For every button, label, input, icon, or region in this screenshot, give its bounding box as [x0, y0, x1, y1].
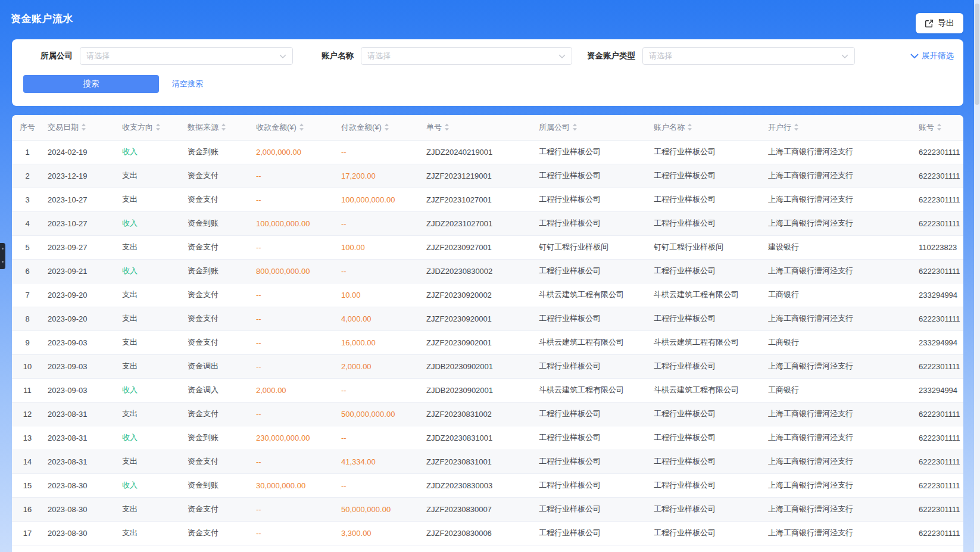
- column-header-direction[interactable]: 收支方向: [117, 115, 183, 140]
- cell-source: 资金支付: [183, 402, 251, 426]
- column-header-income[interactable]: 收款金额(¥): [251, 115, 336, 140]
- search-button[interactable]: 搜索: [23, 75, 159, 93]
- filter-label-company: 所属公司: [40, 51, 73, 61]
- account-type-select[interactable]: 请选择: [642, 47, 855, 65]
- column-label: 数据来源: [188, 123, 219, 132]
- cell-no: 17: [12, 521, 43, 545]
- cell-direction: 支出: [117, 450, 183, 473]
- column-header-source[interactable]: 数据来源: [183, 115, 251, 140]
- cell-income: 30,000,000.00: [251, 473, 336, 497]
- cell-no: 16: [12, 497, 43, 521]
- cell-date: 2023-08-30: [43, 473, 117, 497]
- column-label: 所属公司: [539, 123, 570, 132]
- column-label: 单号: [426, 123, 442, 132]
- cell-company: 工程行业样板公司: [534, 211, 649, 235]
- cell-direction: 支出: [117, 283, 183, 307]
- export-icon: [925, 19, 934, 28]
- cell-income: --: [251, 235, 336, 259]
- cell-payment: 500,000,000.00: [336, 402, 422, 426]
- cell-account_no: 233294994: [914, 378, 963, 402]
- cell-account: 工程行业样板公司: [649, 140, 763, 164]
- column-header-payment[interactable]: 付款金额(¥): [336, 115, 422, 140]
- cell-no: 2: [12, 164, 43, 188]
- table-row: 42023-10-27收入资金到账100,000,000.00--ZJDZ202…: [12, 211, 963, 235]
- column-label: 交易日期: [48, 123, 79, 132]
- cell-source: 资金调入: [183, 378, 251, 402]
- cell-doc_no: ZJZF20230920002: [422, 283, 534, 307]
- cell-company: 工程行业样板公司: [534, 307, 649, 330]
- scrollbar-thumb[interactable]: [975, 4, 979, 105]
- cell-company: 工程行业样板公司: [534, 140, 649, 164]
- cell-account: 斗栱云建筑工程有限公司: [649, 283, 763, 307]
- column-header-account[interactable]: 账户名称: [649, 115, 763, 140]
- cell-income: 100,000,000.00: [251, 211, 336, 235]
- table-row: 62023-09-21收入资金到账800,000,000.00--ZJDZ202…: [12, 259, 963, 283]
- cell-company: 斗栱云建筑工程有限公司: [534, 283, 649, 307]
- table-row: 142023-08-31支出资金支付--41,334.00ZJZF2023083…: [12, 450, 963, 473]
- cell-direction: 支出: [117, 164, 183, 188]
- cell-company: 钉钉工程行业样板间: [534, 235, 649, 259]
- expand-filters-link[interactable]: 展开筛选: [910, 47, 954, 65]
- cell-account_no: 6222301111: [914, 259, 963, 283]
- sort-icon: [687, 123, 692, 133]
- drawer-handle[interactable]: [0, 243, 5, 269]
- cell-source: 资金到账: [183, 140, 251, 164]
- cell-direction: 支出: [117, 402, 183, 426]
- table-row: 82023-09-20支出资金支付--4,000.00ZJZF202309200…: [12, 307, 963, 330]
- cell-doc_no: ZJDZ20231027001: [422, 211, 534, 235]
- cell-bank: 上海工商银行漕河泾支行: [763, 211, 914, 235]
- cell-source: 资金支付: [183, 450, 251, 473]
- cell-account_no: 6222301111: [914, 426, 963, 450]
- column-header-bank[interactable]: 开户行: [763, 115, 914, 140]
- cell-account: 工程行业样板公司: [649, 426, 763, 450]
- cell-direction: 收入: [117, 378, 183, 402]
- cell-no: 9: [12, 330, 43, 354]
- cell-doc_no: ZJZF20231027001: [422, 188, 534, 211]
- cell-account_no: 6222301111: [914, 473, 963, 497]
- cell-account: 工程行业样板公司: [649, 354, 763, 378]
- column-header-no: 序号: [12, 115, 43, 140]
- filter-card: 所属公司 请选择 账户名称 请选择 资金账户类型 请选择 展开筛选: [12, 39, 963, 106]
- cell-source: 资金支付: [183, 188, 251, 211]
- filter-actions: 搜索 清空搜索: [12, 75, 963, 93]
- sort-icon: [937, 123, 942, 133]
- cell-company: 斗栱云建筑工程有限公司: [534, 330, 649, 354]
- cell-account: 工程行业样板公司: [649, 259, 763, 283]
- export-button[interactable]: 导出: [916, 13, 963, 33]
- column-header-doc_no[interactable]: 单号: [422, 115, 534, 140]
- cell-direction: 支出: [117, 330, 183, 354]
- cell-payment: --: [336, 259, 422, 283]
- company-select[interactable]: 请选择: [80, 47, 293, 65]
- cell-payment: 100,000,000.00: [336, 188, 422, 211]
- column-header-date[interactable]: 交易日期: [43, 115, 117, 140]
- cell-date: 2023-09-20: [43, 307, 117, 330]
- table-row: 22023-12-19支出资金支付--17,200.00ZJZF20231219…: [12, 164, 963, 188]
- cell-income: 2,000,000.00: [251, 140, 336, 164]
- table-row: 12024-02-19收入资金到账2,000,000.00--ZJDZ20240…: [12, 140, 963, 164]
- cell-account: 斗栱云建筑工程有限公司: [649, 330, 763, 354]
- cell-doc_no: ZJZF20230831001: [422, 450, 534, 473]
- cell-direction: 收入: [117, 259, 183, 283]
- cell-date: 2024-02-19: [43, 140, 117, 164]
- column-label: 开户行: [768, 123, 791, 132]
- cell-account_no: 6222301111: [914, 307, 963, 330]
- cell-direction: 支出: [117, 497, 183, 521]
- cell-account_no: 6222301111: [914, 402, 963, 426]
- column-header-account_no[interactable]: 账号: [914, 115, 963, 140]
- cell-company: 工程行业样板公司: [534, 450, 649, 473]
- page-title: 资金账户流水: [11, 12, 73, 26]
- cell-account_no: 110223823: [914, 235, 963, 259]
- clear-search-link[interactable]: 清空搜索: [172, 79, 203, 89]
- cell-payment: 100.00: [336, 235, 422, 259]
- scrollbar-track[interactable]: [974, 0, 980, 552]
- account-select[interactable]: 请选择: [361, 47, 572, 65]
- cell-doc_no: ZJZF20230830006: [422, 521, 534, 545]
- cell-income: --: [251, 354, 336, 378]
- cell-payment: 50,000,000.00: [336, 497, 422, 521]
- sort-icon: [221, 123, 226, 133]
- cell-date: 2023-10-27: [43, 188, 117, 211]
- cell-no: 12: [12, 402, 43, 426]
- cell-no: 13: [12, 426, 43, 450]
- column-header-company[interactable]: 所属公司: [534, 115, 649, 140]
- cell-date: 2023-09-21: [43, 259, 117, 283]
